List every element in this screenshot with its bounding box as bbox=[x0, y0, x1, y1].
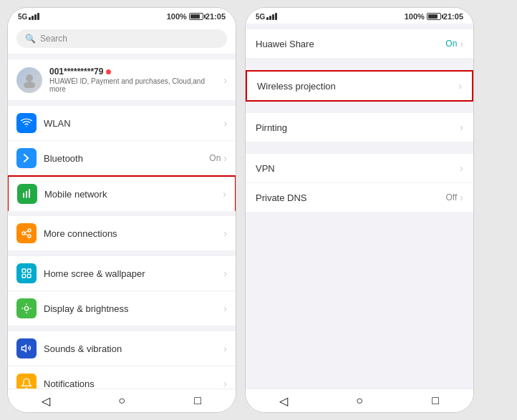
connectivity-group: WLAN › Bluetooth On › Mobile network › bbox=[8, 106, 236, 211]
bluetooth-icon bbox=[16, 148, 37, 168]
private-dns-item[interactable]: Private DNS Off › bbox=[246, 183, 473, 212]
more-connections-label: More connections bbox=[44, 228, 223, 239]
display-item[interactable]: Display & brightness › bbox=[8, 291, 236, 326]
home-button[interactable]: ○ bbox=[111, 394, 132, 408]
bluetooth-label: Bluetooth bbox=[44, 153, 209, 164]
wireless-projection-group: Wireless projection › bbox=[246, 70, 473, 102]
bluetooth-chevron: › bbox=[223, 152, 227, 164]
sounds-group: Sounds & vibration › Notifications › bbox=[8, 331, 236, 389]
recents-button-right[interactable]: □ bbox=[425, 394, 446, 408]
recents-button[interactable]: □ bbox=[187, 394, 208, 408]
svg-point-0 bbox=[26, 74, 33, 82]
svg-point-1 bbox=[24, 82, 35, 88]
battery-percent-right: 100% bbox=[405, 12, 425, 21]
account-chevron: › bbox=[223, 74, 227, 86]
wlan-chevron: › bbox=[223, 117, 227, 129]
svg-point-7 bbox=[22, 232, 25, 235]
private-dns-label: Private DNS bbox=[256, 192, 446, 203]
wlan-label: WLAN bbox=[44, 118, 223, 129]
notifications-label: Notifications bbox=[44, 379, 223, 389]
bluetooth-item[interactable]: Bluetooth On › bbox=[8, 141, 236, 176]
svg-rect-13 bbox=[27, 269, 31, 273]
svg-point-16 bbox=[24, 306, 28, 310]
svg-rect-5 bbox=[26, 191, 27, 197]
time-display-right: 21:05 bbox=[443, 12, 463, 21]
mobile-network-chevron: › bbox=[223, 188, 226, 200]
battery-time-area-right: 100% 21:05 bbox=[405, 12, 463, 21]
battery-icon-right bbox=[427, 13, 441, 20]
battery-icon bbox=[189, 13, 203, 20]
huawei-share-item[interactable]: Huawei Share On › bbox=[246, 29, 473, 59]
mobile-network-label: Mobile network bbox=[44, 189, 223, 200]
account-subtitle: HUAWEI ID, Payment and purchases, Cloud,… bbox=[49, 77, 216, 93]
svg-line-10 bbox=[25, 231, 28, 233]
home-screen-chevron: › bbox=[223, 268, 227, 279]
printing-group: Pirnting › bbox=[246, 113, 473, 142]
settings-content-right: Huawei Share On › Wireless projection › … bbox=[246, 24, 473, 389]
display-label: Display & brightness bbox=[44, 303, 223, 314]
sounds-label: Sounds & vibration bbox=[44, 343, 223, 354]
nav-bar-right: ◁ ○ □ bbox=[246, 389, 473, 412]
home-screen-label: Home scree & wallpaper bbox=[44, 268, 223, 279]
wireless-projection-item[interactable]: Wireless projection › bbox=[246, 70, 473, 102]
mobile-network-item[interactable]: Mobile network › bbox=[8, 175, 236, 211]
vpn-label: VPN bbox=[256, 163, 460, 174]
display-group: Home scree & wallpaper › Display & brigh… bbox=[8, 256, 236, 326]
huawei-share-value: On bbox=[445, 39, 457, 49]
5g-label: 5G bbox=[18, 13, 27, 21]
more-connections-item[interactable]: More connections › bbox=[8, 216, 236, 250]
sounds-chevron: › bbox=[223, 343, 227, 354]
wlan-icon bbox=[16, 113, 37, 133]
display-chevron: › bbox=[223, 303, 227, 314]
sounds-icon bbox=[16, 338, 37, 358]
sounds-item[interactable]: Sounds & vibration › bbox=[8, 331, 236, 366]
more-connections-chevron: › bbox=[223, 228, 227, 239]
wireless-projection-chevron: › bbox=[458, 80, 462, 92]
mobile-network-icon bbox=[17, 184, 37, 204]
notifications-item[interactable]: Notifications › bbox=[8, 366, 236, 389]
bluetooth-value: On bbox=[209, 153, 221, 163]
wlan-item[interactable]: WLAN › bbox=[8, 106, 236, 141]
svg-line-3 bbox=[24, 158, 29, 162]
status-bar-left: 5G 100% 21:05 bbox=[8, 8, 236, 24]
signal-bars-right bbox=[266, 13, 277, 20]
more-connections-icon bbox=[16, 223, 37, 243]
display-icon bbox=[16, 298, 37, 318]
battery-time-area: 100% 21:05 bbox=[167, 12, 226, 21]
avatar bbox=[16, 67, 42, 93]
account-info: 001*********79 HUAWEI ID, Payment and pu… bbox=[49, 67, 216, 93]
notifications-chevron: › bbox=[223, 378, 227, 389]
home-button-right[interactable]: ○ bbox=[349, 394, 370, 408]
huawei-share-label: Huawei Share bbox=[256, 39, 445, 49]
svg-line-11 bbox=[25, 234, 28, 235]
back-button[interactable]: ◁ bbox=[35, 394, 57, 408]
signal-area-right: 5G bbox=[256, 13, 277, 21]
back-button-right[interactable]: ◁ bbox=[273, 394, 294, 408]
search-placeholder: Search bbox=[40, 34, 67, 44]
svg-point-8 bbox=[28, 229, 31, 232]
printing-item[interactable]: Pirnting › bbox=[246, 113, 473, 142]
5g-label-right: 5G bbox=[256, 13, 265, 21]
printing-label: Pirnting bbox=[256, 122, 460, 133]
svg-line-2 bbox=[24, 155, 29, 158]
svg-rect-14 bbox=[22, 274, 26, 278]
right-phone: 5G 100% 21:05 Huawei Share On › bbox=[245, 7, 474, 413]
search-bar[interactable]: 🔍 Search bbox=[16, 29, 227, 48]
account-row[interactable]: 001*********79 HUAWEI ID, Payment and pu… bbox=[8, 59, 236, 100]
nav-bar-left: ◁ ○ □ bbox=[8, 389, 236, 412]
svg-rect-4 bbox=[23, 193, 24, 198]
home-screen-item[interactable]: Home scree & wallpaper › bbox=[8, 256, 236, 291]
signal-area: 5G bbox=[18, 13, 39, 21]
more-connections-group: More connections › bbox=[8, 216, 236, 250]
signal-bars bbox=[29, 13, 39, 20]
vpn-item[interactable]: VPN › bbox=[246, 154, 473, 183]
svg-marker-21 bbox=[21, 345, 26, 351]
svg-point-9 bbox=[28, 235, 31, 238]
notifications-icon bbox=[16, 373, 37, 389]
search-icon: 🔍 bbox=[25, 34, 36, 44]
svg-rect-12 bbox=[22, 269, 26, 273]
vpn-chevron: › bbox=[460, 162, 463, 174]
left-phone: 5G 100% 21:05 🔍 Search bbox=[7, 7, 236, 413]
huawei-share-group: Huawei Share On › bbox=[246, 29, 473, 59]
huawei-share-chevron: › bbox=[460, 38, 463, 49]
